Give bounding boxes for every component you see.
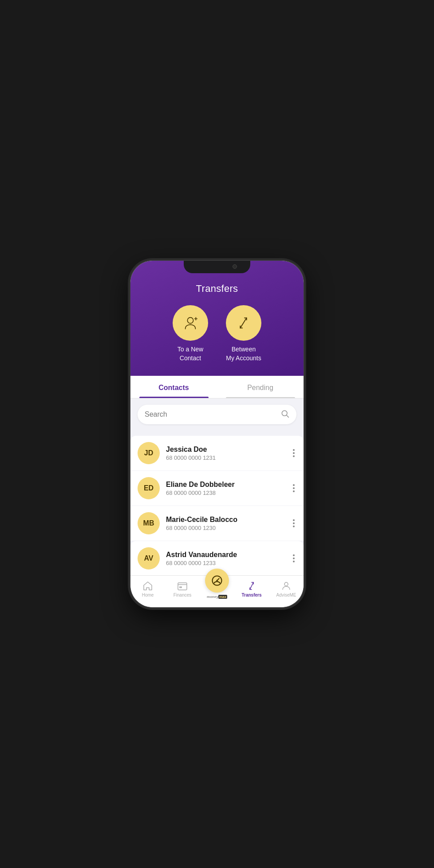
contact-account: 68 0000 0000 1238 — [166, 490, 285, 496]
contact-info: Eliane De Dobbeleer 68 0000 0000 1238 — [166, 481, 285, 496]
contact-account: 68 0000 0000 1230 — [166, 525, 285, 531]
home-icon — [142, 581, 153, 591]
nav-item-finances[interactable]: Finances — [165, 579, 200, 599]
svg-point-12 — [284, 582, 288, 586]
nav-item-home[interactable]: Home — [130, 579, 165, 599]
between-accounts-icon-circle — [226, 305, 261, 341]
contact-info: Astrid Vanaudenarde 68 0000 0000 1233 — [166, 551, 285, 566]
contact-name: Marie-Cecile Balocco — [166, 516, 285, 524]
transfers-icon — [246, 581, 257, 591]
new-contact-icon-circle — [173, 305, 208, 341]
contact-account: 68 0000 0000 1233 — [166, 560, 285, 566]
finances-icon — [177, 581, 188, 591]
nav-item-adviseme[interactable]: AdviseME — [269, 579, 304, 599]
moneymax-label: moneymax — [207, 594, 227, 599]
tabs-area: Contacts Pending — [130, 376, 304, 398]
contact-name: Jessica Doe — [166, 446, 285, 454]
contact-more-button[interactable] — [291, 447, 296, 459]
contact-info: Jessica Doe 68 0000 0000 1231 — [166, 446, 285, 461]
search-box — [138, 405, 296, 424]
svg-line-4 — [240, 318, 246, 328]
contact-name: Astrid Vanaudenarde — [166, 551, 285, 559]
search-area — [130, 398, 304, 430]
contact-more-button[interactable] — [291, 482, 296, 494]
between-accounts-label: BetweenMy Accounts — [226, 345, 261, 362]
nav-item-moneymax[interactable]: moneymax — [200, 578, 234, 599]
nav-adviseme-label: AdviseME — [276, 593, 296, 597]
avatar: MB — [138, 512, 160, 534]
search-icon — [280, 409, 289, 420]
contact-account: 68 0000 0000 1231 — [166, 454, 285, 461]
contact-item[interactable]: MB Marie-Cecile Balocco 68 0000 0000 123… — [130, 506, 304, 541]
tab-contacts[interactable]: Contacts — [130, 378, 217, 398]
contact-more-button[interactable] — [291, 553, 296, 564]
contact-more-button[interactable] — [291, 518, 296, 529]
header-area: Transfers To a NewContact — [130, 261, 304, 376]
nav-transfers-label: Transfers — [241, 593, 261, 597]
avatar: ED — [138, 477, 160, 499]
contact-item[interactable]: JD Jessica Doe 68 0000 0000 1231 — [130, 436, 304, 470]
svg-line-6 — [287, 415, 289, 418]
add-user-icon — [182, 315, 199, 331]
avatar: JD — [138, 442, 160, 464]
bottom-nav: Home Finances — [130, 575, 304, 607]
contact-info: Marie-Cecile Balocco 68 0000 0000 1230 — [166, 516, 285, 531]
contact-name: Eliane De Dobbeleer — [166, 481, 285, 489]
transfer-options: To a NewContact BetweenMy Accounts — [173, 305, 261, 362]
nav-finances-label: Finances — [174, 593, 192, 597]
between-accounts-option[interactable]: BetweenMy Accounts — [226, 305, 261, 362]
svg-line-11 — [250, 582, 253, 589]
new-contact-label: To a NewContact — [178, 345, 203, 362]
transfer-arrows-icon — [235, 315, 252, 331]
svg-rect-7 — [178, 583, 187, 590]
gauge-icon — [211, 574, 223, 587]
new-contact-option[interactable]: To a NewContact — [173, 305, 208, 362]
svg-point-0 — [187, 318, 193, 323]
contact-item[interactable]: ED Eliane De Dobbeleer 68 0000 0000 1238 — [130, 471, 304, 506]
contacts-list: JD Jessica Doe 68 0000 0000 1231 ED Elia… — [130, 430, 304, 575]
nav-home-label: Home — [142, 593, 154, 597]
person-icon — [281, 581, 292, 591]
svg-rect-8 — [180, 587, 181, 588]
search-input[interactable] — [145, 410, 280, 418]
moneymax-icon-circle — [205, 569, 229, 593]
tab-pending[interactable]: Pending — [217, 378, 304, 398]
nav-item-transfers[interactable]: Transfers — [234, 579, 269, 599]
avatar: AV — [138, 547, 160, 569]
page-title: Transfers — [196, 283, 238, 295]
